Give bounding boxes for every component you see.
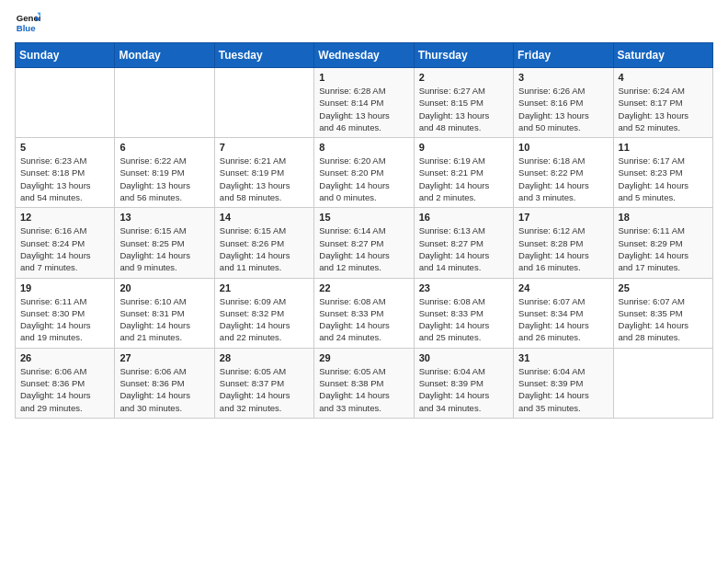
weekday-header: Sunday: [16, 43, 115, 68]
day-number: 12: [20, 212, 109, 223]
calendar-cell: 31Sunrise: 6:04 AM Sunset: 8:39 PM Dayli…: [514, 348, 613, 418]
day-number: 11: [619, 142, 708, 153]
day-number: 7: [220, 142, 309, 153]
calendar-cell: 2Sunrise: 6:27 AM Sunset: 8:15 PM Daylig…: [414, 68, 513, 138]
day-info: Sunrise: 6:05 AM Sunset: 8:38 PM Dayligh…: [319, 365, 408, 414]
day-info: Sunrise: 6:11 AM Sunset: 8:30 PM Dayligh…: [20, 295, 109, 344]
day-info: Sunrise: 6:08 AM Sunset: 8:33 PM Dayligh…: [319, 295, 408, 344]
calendar-cell: 21Sunrise: 6:09 AM Sunset: 8:32 PM Dayli…: [214, 278, 313, 348]
day-number: 13: [119, 212, 209, 223]
calendar-cell: 7Sunrise: 6:21 AM Sunset: 8:19 PM Daylig…: [214, 138, 313, 208]
day-info: Sunrise: 6:12 AM Sunset: 8:28 PM Dayligh…: [518, 224, 608, 273]
day-number: 19: [20, 282, 109, 293]
day-info: Sunrise: 6:26 AM Sunset: 8:16 PM Dayligh…: [518, 85, 608, 133]
day-number: 26: [20, 352, 109, 363]
day-info: Sunrise: 6:09 AM Sunset: 8:32 PM Dayligh…: [220, 295, 309, 344]
day-info: Sunrise: 6:13 AM Sunset: 8:27 PM Dayligh…: [419, 224, 508, 273]
day-info: Sunrise: 6:08 AM Sunset: 8:33 PM Dayligh…: [419, 295, 508, 344]
day-info: Sunrise: 6:06 AM Sunset: 8:36 PM Dayligh…: [20, 365, 109, 414]
calendar-cell: 17Sunrise: 6:12 AM Sunset: 8:28 PM Dayli…: [514, 208, 613, 278]
day-number: 29: [319, 352, 408, 363]
calendar-cell: 15Sunrise: 6:14 AM Sunset: 8:27 PM Dayli…: [314, 208, 414, 278]
day-info: Sunrise: 6:05 AM Sunset: 8:37 PM Dayligh…: [220, 365, 309, 414]
day-number: 30: [419, 352, 508, 363]
day-info: Sunrise: 6:15 AM Sunset: 8:25 PM Dayligh…: [119, 224, 209, 273]
weekday-header: Thursday: [414, 43, 513, 68]
day-info: Sunrise: 6:04 AM Sunset: 8:39 PM Dayligh…: [419, 365, 508, 414]
calendar-cell: 6Sunrise: 6:22 AM Sunset: 8:19 PM Daylig…: [115, 138, 214, 208]
day-number: 5: [20, 142, 109, 153]
day-info: Sunrise: 6:27 AM Sunset: 8:15 PM Dayligh…: [419, 85, 508, 133]
calendar-week-row: 26Sunrise: 6:06 AM Sunset: 8:36 PM Dayli…: [16, 348, 713, 418]
weekday-header: Friday: [514, 43, 613, 68]
calendar-cell: [214, 68, 313, 138]
day-number: 28: [220, 352, 309, 363]
page: General Blue SundayMondayTuesdayWednesda…: [0, 0, 728, 563]
day-info: Sunrise: 6:20 AM Sunset: 8:20 PM Dayligh…: [319, 155, 408, 203]
calendar-week-row: 19Sunrise: 6:11 AM Sunset: 8:30 PM Dayli…: [16, 278, 713, 348]
calendar-cell: 14Sunrise: 6:15 AM Sunset: 8:26 PM Dayli…: [214, 208, 313, 278]
day-info: Sunrise: 6:07 AM Sunset: 8:34 PM Dayligh…: [518, 295, 608, 344]
day-number: 4: [619, 72, 708, 83]
day-info: Sunrise: 6:16 AM Sunset: 8:24 PM Dayligh…: [20, 224, 109, 273]
calendar-cell: 29Sunrise: 6:05 AM Sunset: 8:38 PM Dayli…: [314, 348, 414, 418]
day-number: 20: [119, 282, 209, 293]
calendar-cell: [16, 68, 115, 138]
calendar-body: 1Sunrise: 6:28 AM Sunset: 8:14 PM Daylig…: [16, 68, 713, 419]
day-info: Sunrise: 6:06 AM Sunset: 8:36 PM Dayligh…: [119, 365, 209, 414]
day-info: Sunrise: 6:22 AM Sunset: 8:19 PM Dayligh…: [119, 155, 209, 203]
day-number: 2: [419, 72, 508, 83]
day-number: 16: [419, 212, 508, 223]
calendar-cell: 13Sunrise: 6:15 AM Sunset: 8:25 PM Dayli…: [115, 208, 214, 278]
day-number: 1: [319, 72, 408, 83]
calendar-table: SundayMondayTuesdayWednesdayThursdayFrid…: [15, 42, 713, 419]
calendar-cell: 8Sunrise: 6:20 AM Sunset: 8:20 PM Daylig…: [314, 138, 414, 208]
day-info: Sunrise: 6:28 AM Sunset: 8:14 PM Dayligh…: [319, 85, 408, 133]
day-info: Sunrise: 6:17 AM Sunset: 8:23 PM Dayligh…: [619, 155, 708, 203]
calendar-cell: 4Sunrise: 6:24 AM Sunset: 8:17 PM Daylig…: [613, 68, 712, 138]
day-info: Sunrise: 6:07 AM Sunset: 8:35 PM Dayligh…: [619, 295, 708, 344]
day-number: 18: [619, 212, 708, 223]
day-number: 21: [220, 282, 309, 293]
day-number: 6: [119, 142, 209, 153]
day-number: 22: [319, 282, 408, 293]
day-number: 31: [518, 352, 608, 363]
calendar-cell: 3Sunrise: 6:26 AM Sunset: 8:16 PM Daylig…: [514, 68, 613, 138]
day-number: 24: [518, 282, 608, 293]
calendar-cell: 24Sunrise: 6:07 AM Sunset: 8:34 PM Dayli…: [514, 278, 613, 348]
calendar-cell: 28Sunrise: 6:05 AM Sunset: 8:37 PM Dayli…: [214, 348, 313, 418]
day-info: Sunrise: 6:24 AM Sunset: 8:17 PM Dayligh…: [619, 85, 708, 133]
day-number: 15: [319, 212, 408, 223]
calendar-week-row: 12Sunrise: 6:16 AM Sunset: 8:24 PM Dayli…: [16, 208, 713, 278]
day-number: 14: [220, 212, 309, 223]
calendar-cell: 22Sunrise: 6:08 AM Sunset: 8:33 PM Dayli…: [314, 278, 414, 348]
calendar-cell: 19Sunrise: 6:11 AM Sunset: 8:30 PM Dayli…: [16, 278, 115, 348]
day-info: Sunrise: 6:19 AM Sunset: 8:21 PM Dayligh…: [419, 155, 508, 203]
calendar-cell: [115, 68, 214, 138]
calendar-cell: 26Sunrise: 6:06 AM Sunset: 8:36 PM Dayli…: [16, 348, 115, 418]
calendar-cell: 10Sunrise: 6:18 AM Sunset: 8:22 PM Dayli…: [514, 138, 613, 208]
calendar-week-row: 1Sunrise: 6:28 AM Sunset: 8:14 PM Daylig…: [16, 68, 713, 138]
day-number: 8: [319, 142, 408, 153]
calendar-cell: 5Sunrise: 6:23 AM Sunset: 8:18 PM Daylig…: [16, 138, 115, 208]
calendar-header: SundayMondayTuesdayWednesdayThursdayFrid…: [16, 43, 713, 68]
calendar-week-row: 5Sunrise: 6:23 AM Sunset: 8:18 PM Daylig…: [16, 138, 713, 208]
day-number: 25: [619, 282, 708, 293]
day-info: Sunrise: 6:14 AM Sunset: 8:27 PM Dayligh…: [319, 224, 408, 273]
weekday-header: Monday: [115, 43, 214, 68]
day-number: 17: [518, 212, 608, 223]
calendar-cell: 27Sunrise: 6:06 AM Sunset: 8:36 PM Dayli…: [115, 348, 214, 418]
svg-text:Blue: Blue: [17, 23, 36, 33]
calendar-cell: 30Sunrise: 6:04 AM Sunset: 8:39 PM Dayli…: [414, 348, 513, 418]
day-number: 9: [419, 142, 508, 153]
day-number: 27: [119, 352, 209, 363]
weekday-header: Tuesday: [214, 43, 313, 68]
logo: General Blue: [15, 9, 40, 35]
calendar-cell: 1Sunrise: 6:28 AM Sunset: 8:14 PM Daylig…: [314, 68, 414, 138]
day-info: Sunrise: 6:04 AM Sunset: 8:39 PM Dayligh…: [518, 365, 608, 414]
day-info: Sunrise: 6:23 AM Sunset: 8:18 PM Dayligh…: [20, 155, 109, 203]
weekday-header: Saturday: [613, 43, 712, 68]
day-info: Sunrise: 6:15 AM Sunset: 8:26 PM Dayligh…: [220, 224, 309, 273]
calendar-cell: [613, 348, 712, 418]
header-row: SundayMondayTuesdayWednesdayThursdayFrid…: [16, 43, 713, 68]
